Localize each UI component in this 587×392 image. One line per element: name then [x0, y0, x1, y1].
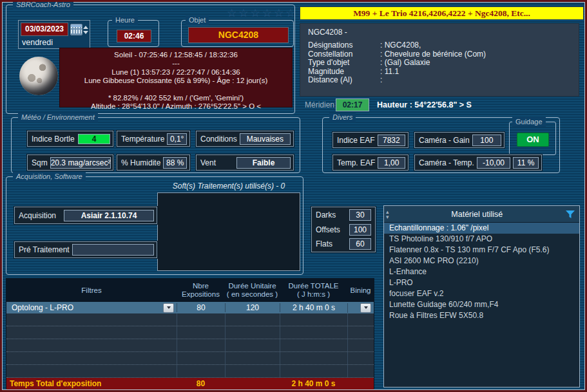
objet-group: Objet NGC4208	[181, 20, 294, 47]
camera-gain-value[interactable]: 100	[472, 135, 501, 146]
filter-dropdown-button[interactable]	[163, 303, 174, 313]
col-header-totale-2: ( J h:m:s )	[280, 290, 347, 299]
vent-label: Vent	[199, 158, 234, 167]
materiel-item[interactable]: Echantillonnage : 1.06" /pixel	[384, 223, 579, 234]
offsets-label: Offsets	[316, 225, 349, 234]
flats-value[interactable]: 60	[349, 238, 371, 250]
temperature-value[interactable]: 0,1°	[167, 133, 187, 145]
ephemeris-panel: Soleil - 07:25:46 / 12:58:45 / 18:32:36 …	[59, 48, 293, 107]
camera-temp-percent: 11 %	[513, 157, 539, 169]
filter-nbre-expositions[interactable]: 80	[177, 303, 225, 312]
acquisition-title: Acquisition, Software	[13, 172, 86, 182]
temperature-field: Température 0,1°	[117, 131, 190, 147]
filter-funnel-icon[interactable]	[565, 210, 575, 219]
app-title: SBRCoach-Astro	[13, 0, 73, 10]
sqm-label: Sqm	[30, 158, 48, 167]
moon-illumination: * 82.82% / 402 552 km / ('Gem', 'Gemini'…	[60, 94, 292, 102]
acquisition-software-label: Acquisition	[17, 211, 61, 220]
info-label: Magnitude	[308, 68, 380, 77]
meteo-title: Météo / Environnement	[18, 113, 98, 122]
total-row: Temps Total d'exposition 80 2 h 40 m 0 s	[6, 378, 374, 389]
heure-group: Heure 02:46	[108, 20, 159, 47]
temp-eaf-value[interactable]: 1,00	[378, 157, 405, 169]
col-header-bining: Bining	[347, 286, 374, 295]
materiel-header: ▴▾ Matériel utilisé	[384, 206, 579, 223]
camera-temp-value[interactable]: -10,00	[477, 157, 510, 169]
col-header-unitaire-2: ( en secondes )	[225, 290, 280, 299]
session-title-banner: M99 + Le Trio 4216,4206,4222 + Ngc4208, …	[300, 6, 584, 20]
separator-text: ---	[60, 59, 292, 68]
info-label: Distance (Al)	[308, 76, 380, 85]
table-row-empty[interactable]	[6, 326, 374, 339]
divers-group: Divers Indice EAF 7832 Caméra - Gain 100…	[322, 117, 560, 173]
rating-stars[interactable]: ☆☆☆☆☆☆	[227, 6, 297, 20]
meridien-label: Méridien	[305, 100, 334, 109]
temperature-label: Température	[120, 135, 164, 144]
total-label: Temps Total d'exposition	[6, 379, 177, 388]
materiel-item[interactable]: TS Photoline 130/910 f/7 APO	[384, 234, 579, 245]
meteo-group: Météo / Environnement Indice Bortle 4 Te…	[11, 117, 300, 173]
indice-eaf-label: Indice EAF	[336, 136, 375, 145]
conditions-field: Conditions Mauvaises	[196, 131, 294, 147]
heure-value[interactable]: 02:46	[117, 30, 151, 42]
sqm-value[interactable]: 20.3 mag/arcsec²	[50, 157, 111, 169]
humidite-value[interactable]: 88 %	[163, 157, 187, 169]
blank-line	[60, 86, 292, 94]
acquisition-software-field: Acquisition Asiair 2.1.10.74	[14, 207, 157, 224]
date-spinner-up-icon[interactable]	[83, 26, 88, 29]
table-row-empty[interactable]	[6, 352, 374, 365]
total-duree: 2 h 40 m 0 s	[280, 379, 347, 388]
acquisition-software-value[interactable]: Asiair 2.1.10.74	[64, 210, 154, 221]
materiel-item[interactable]: L-PRO	[384, 277, 579, 288]
date-spinner-down-icon[interactable]	[83, 31, 88, 34]
calendar-icon[interactable]	[70, 24, 82, 35]
flats-field: Flats 60	[316, 238, 371, 250]
moon-times: Lune (1) 13:57:23 / 22:27:47 / 06:14:36	[60, 68, 292, 77]
guidage-label: Guidage	[512, 117, 546, 127]
object-info-panel: NGC4208 - Désignations: NGC4208, Constel…	[300, 23, 579, 97]
pre-traitement-value[interactable]	[72, 244, 154, 256]
date-input[interactable]: 03/03/2023	[21, 23, 68, 36]
indice-eaf-field: Indice EAF 7832	[332, 132, 409, 148]
filters-table-header: Filtres NbreExpositions Durée Unitaire( …	[6, 279, 374, 302]
materiel-item[interactable]: L-Enhance	[384, 266, 579, 277]
humidite-field: % Humidite 88 %	[117, 154, 190, 171]
main-group: SBRCoach-Astro ☆☆☆☆☆☆ 03/03/2023 vendred…	[6, 5, 295, 114]
table-row-empty[interactable]	[6, 365, 374, 378]
filter-name[interactable]: Optolong - L-PRO	[12, 303, 163, 312]
materiel-item[interactable]: ASI 2600 MC PRO (2210)	[384, 256, 579, 266]
scroll-arrows-icon[interactable]: ▴▾	[384, 209, 389, 219]
soft-traitement-listbox[interactable]	[157, 192, 300, 271]
materiel-item[interactable]: focuser EAF v.2	[384, 288, 579, 299]
bining-dropdown-button[interactable]	[360, 303, 371, 313]
objet-value[interactable]: NGC4208	[188, 27, 289, 43]
offsets-value[interactable]: 100	[349, 224, 371, 236]
filter-row-selected[interactable]: Optolong - L-PRO 80 120 2 h 40 m 0 s	[6, 302, 374, 313]
guidage-toggle[interactable]: ON	[517, 133, 549, 147]
bortle-field: Indice Bortle 4	[27, 131, 113, 147]
filter-duree-unitaire[interactable]: 120	[225, 303, 280, 312]
darks-value[interactable]: 30	[349, 209, 371, 221]
date-spinner	[83, 23, 88, 36]
sun-times: Soleil - 07:25:46 / 12:58:45 / 18:32:36	[60, 51, 292, 59]
indice-eaf-value[interactable]: 7832	[378, 135, 405, 146]
materiel-item[interactable]: Flatenner 0.8x - TS 130 mm F/7 CF Apo (F…	[384, 245, 579, 256]
hauteur-value: Hauteur : 54°22'56.8" > S	[377, 100, 472, 109]
temp-eaf-label: Temp. EAF	[336, 158, 375, 167]
conditions-value[interactable]: Mauvaises	[240, 133, 291, 145]
bortle-value[interactable]: 4	[78, 134, 110, 144]
info-value: : Chevelure de bérénice (Com)	[380, 50, 486, 59]
pre-traitement-label: Pré Traitement	[17, 245, 70, 254]
soft-traitement-title: Soft(s) Traitement(s) utilisé(s) - 0	[157, 182, 300, 191]
materiel-item[interactable]: Lunette Guidage 60/240 mm,F4	[384, 299, 579, 310]
meridien-bar: Méridien 02:17 Hauteur : 54°22'56.8" > S	[300, 98, 579, 112]
acquisition-group: Acquisition, Software Soft(s) Traitement…	[6, 176, 303, 275]
materiel-title: Matériel utilisé	[389, 210, 565, 219]
col-header-nbre: Nbre	[177, 282, 225, 290]
table-row-empty[interactable]	[6, 339, 374, 352]
materiel-panel: ▴▾ Matériel utilisé Echantillonnage : 1.…	[383, 205, 580, 387]
vent-value[interactable]: Faible	[236, 157, 291, 169]
materiel-item[interactable]: Roue à Filtres EFW 5X50.8	[384, 310, 579, 321]
table-row-empty[interactable]	[6, 313, 374, 326]
temp-eaf-field: Temp. EAF 1,00	[332, 154, 409, 171]
